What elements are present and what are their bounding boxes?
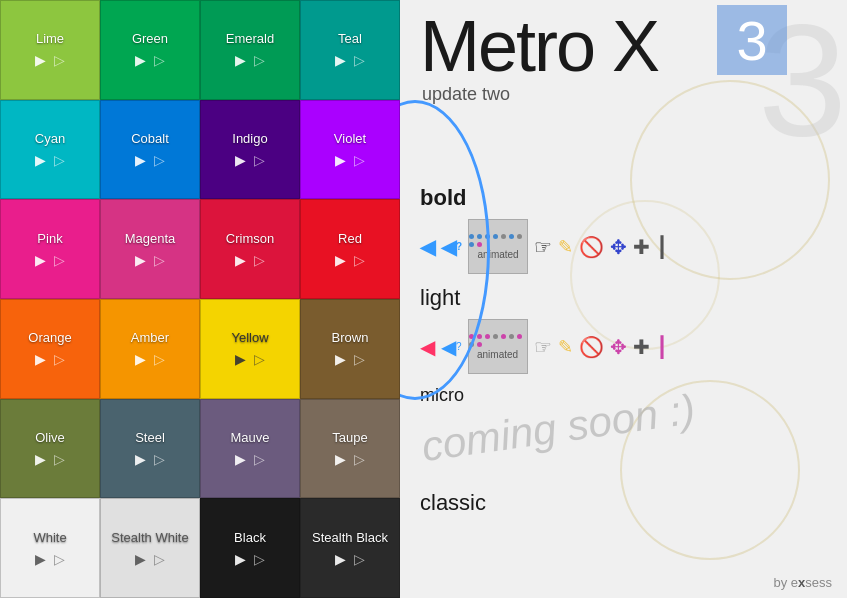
light-section: light ◀ ◀? animated ☞ ✎ 🚫 ✥ [420,285,668,374]
tile-label: Black [234,530,266,545]
tile-label: Crimson [226,231,274,246]
tile-label: Magenta [125,231,176,246]
light-arrow-cursor[interactable]: ◀ [420,335,435,359]
tile-cursors: ▶ ▷ [235,551,265,567]
color-tile-white[interactable]: White ▶ ▷ [0,498,100,598]
color-tile-brown[interactable]: Brown ▶ ▷ [300,299,400,399]
color-tile-red[interactable]: Red ▶ ▷ [300,199,400,299]
light-no-cursor[interactable]: 🚫 [579,335,604,359]
color-tile-teal[interactable]: Teal ▶ ▷ [300,0,400,100]
color-tile-magenta[interactable]: Magenta ▶ ▷ [100,199,200,299]
tile-cursors: ▶ ▷ [235,351,265,367]
tile-label: Olive [35,430,65,445]
tile-cursor-1: ▶ [335,252,346,268]
color-tile-pink[interactable]: Pink ▶ ▷ [0,199,100,299]
bold-beam-cursor[interactable]: ┃ [656,235,668,259]
bold-arrow-cursor[interactable]: ◀ [420,235,435,259]
tile-label: Stealth Black [312,530,388,545]
color-tile-green[interactable]: Green ▶ ▷ [100,0,200,100]
color-tile-black[interactable]: Black ▶ ▷ [200,498,300,598]
tile-cursor-1: ▶ [35,252,46,268]
light-hand-cursor[interactable]: ☞ [534,335,552,359]
tile-cursors: ▶ ▷ [135,252,165,268]
color-tile-stealth-white[interactable]: Stealth White ▶ ▷ [100,498,200,598]
tile-cursors: ▶ ▷ [135,52,165,68]
light-cross-cursor[interactable]: ✚ [633,335,650,359]
tile-cursor-2: ▷ [54,152,65,168]
tile-cursors: ▶ ▷ [135,451,165,467]
color-tile-crimson[interactable]: Crimson ▶ ▷ [200,199,300,299]
tile-cursor-1: ▶ [135,451,146,467]
tile-cursor-2: ▷ [254,351,265,367]
light-move-cursor[interactable]: ✥ [610,335,627,359]
light-animated-cursor[interactable]: animated [468,319,528,374]
tile-label: Orange [28,330,71,345]
tile-cursor-2: ▷ [254,252,265,268]
color-tile-orange[interactable]: Orange ▶ ▷ [0,299,100,399]
color-tile-yellow[interactable]: Yellow ▶ ▷ [200,299,300,399]
color-tile-olive[interactable]: Olive ▶ ▷ [0,399,100,499]
tile-cursors: ▶ ▷ [235,52,265,68]
tile-label: Red [338,231,362,246]
color-tile-mauve[interactable]: Mauve ▶ ▷ [200,399,300,499]
classic-section-label: classic [420,490,486,516]
tile-cursor-2: ▷ [254,551,265,567]
bold-question-cursor[interactable]: ◀? [441,235,462,259]
tile-cursor-1: ▶ [135,551,146,567]
tile-label: Green [132,31,168,46]
tile-cursor-2: ▷ [354,351,365,367]
tile-cursor-1: ▶ [235,351,246,367]
bold-pencil-cursor[interactable]: ✎ [558,236,573,258]
light-beam-cursor[interactable]: ┃ [656,335,668,359]
color-tile-steel[interactable]: Steel ▶ ▷ [100,399,200,499]
tile-label: Violet [334,131,366,146]
tile-label: Pink [37,231,62,246]
light-pencil-cursor[interactable]: ✎ [558,336,573,358]
color-tile-cobalt[interactable]: Cobalt ▶ ▷ [100,100,200,200]
tile-cursor-2: ▷ [154,351,165,367]
tile-cursor-2: ▷ [254,52,265,68]
tile-cursor-2: ▷ [154,52,165,68]
tile-label: Amber [131,330,169,345]
tile-label: Emerald [226,31,274,46]
tile-label: Yellow [231,330,268,345]
color-tile-amber[interactable]: Amber ▶ ▷ [100,299,200,399]
app-subtitle: update two [422,84,847,105]
tile-cursors: ▶ ▷ [135,551,165,567]
tile-cursor-1: ▶ [35,551,46,567]
color-tile-indigo[interactable]: Indigo ▶ ▷ [200,100,300,200]
byline: by exsess [773,575,832,590]
tile-cursor-2: ▷ [354,152,365,168]
color-tile-emerald[interactable]: Emerald ▶ ▷ [200,0,300,100]
animated-label-bold: animated [478,249,519,260]
color-tile-taupe[interactable]: Taupe ▶ ▷ [300,399,400,499]
tile-cursor-2: ▷ [54,52,65,68]
color-tile-lime[interactable]: Lime ▶ ▷ [0,0,100,100]
tile-cursor-1: ▶ [235,551,246,567]
color-tile-cyan[interactable]: Cyan ▶ ▷ [0,100,100,200]
bold-no-cursor[interactable]: 🚫 [579,235,604,259]
tile-cursor-2: ▷ [254,152,265,168]
micro-section: micro [420,385,464,414]
color-tile-stealth-black[interactable]: Stealth Black ▶ ▷ [300,498,400,598]
right-panel: 3 Metro X update two 3 bold ◀ ◀? animate… [400,0,847,598]
app-title-text: Metro X [420,6,658,86]
bold-animated-cursor[interactable]: animated [468,219,528,274]
tile-cursor-2: ▷ [354,551,365,567]
light-question-cursor[interactable]: ◀? [441,335,462,359]
tile-cursor-2: ▷ [54,451,65,467]
tile-cursor-1: ▶ [35,152,46,168]
bold-section-label: bold [420,185,668,211]
color-tile-violet[interactable]: Violet ▶ ▷ [300,100,400,200]
bold-move-cursor[interactable]: ✥ [610,235,627,259]
tile-cursors: ▶ ▷ [35,152,65,168]
tile-cursors: ▶ ▷ [335,52,365,68]
tile-cursor-1: ▶ [135,351,146,367]
tile-label: Stealth White [111,530,188,545]
tile-cursor-1: ▶ [335,351,346,367]
bold-cross-cursor[interactable]: ✚ [633,235,650,259]
light-section-label: light [420,285,668,311]
tile-cursor-2: ▷ [154,252,165,268]
tile-cursor-2: ▷ [354,252,365,268]
bold-hand-cursor[interactable]: ☞ [534,235,552,259]
